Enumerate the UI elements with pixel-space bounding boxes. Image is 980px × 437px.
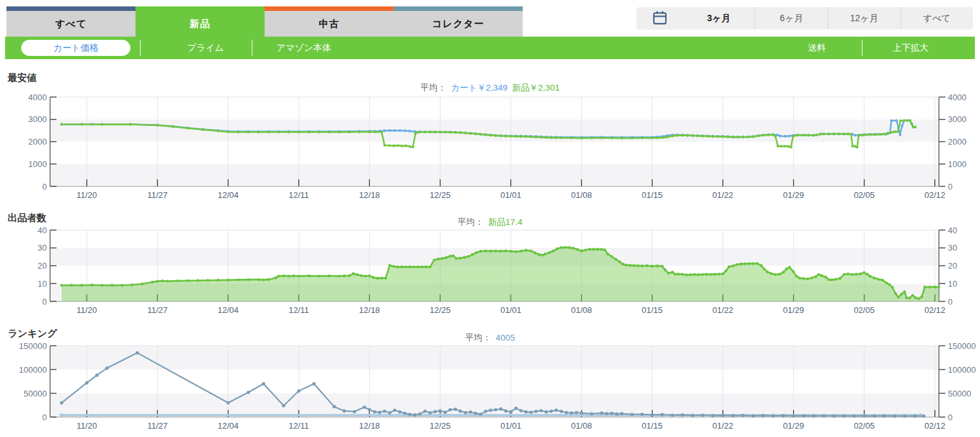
tab-all[interactable]: すべて <box>6 6 136 37</box>
svg-text:12/11: 12/11 <box>289 305 310 315</box>
period-6m[interactable]: 6ヶ月 <box>755 7 827 30</box>
subnav-divider <box>140 40 141 56</box>
calendar-icon <box>652 10 668 28</box>
svg-text:20: 20 <box>948 261 957 271</box>
svg-text:12/11: 12/11 <box>289 421 310 431</box>
svg-text:01/08: 01/08 <box>571 190 592 200</box>
svg-text:30: 30 <box>948 243 957 253</box>
svg-text:12/04: 12/04 <box>218 305 239 315</box>
svg-text:50000: 50000 <box>24 389 47 398</box>
svg-text:01/15: 01/15 <box>642 190 663 200</box>
tab-collector-label: コレクター <box>432 18 484 30</box>
shipping-toggle[interactable]: 送料 <box>791 37 843 59</box>
svg-text:12/25: 12/25 <box>430 305 451 315</box>
svg-text:100000: 100000 <box>19 365 47 375</box>
subnav-divider <box>252 40 252 56</box>
svg-text:02/12: 02/12 <box>924 421 945 431</box>
cart-price-toggle[interactable]: カート価格 <box>21 40 130 56</box>
svg-text:01/15: 01/15 <box>642 305 663 315</box>
svg-text:1000: 1000 <box>948 159 967 169</box>
svg-text:01/15: 01/15 <box>642 421 663 431</box>
svg-text:01/22: 01/22 <box>712 305 733 315</box>
svg-text:50000: 50000 <box>948 389 971 398</box>
svg-text:4000: 4000 <box>948 93 967 102</box>
svg-text:30: 30 <box>38 243 47 253</box>
expand-vertical-toggle[interactable]: 上下拡大 <box>872 37 949 59</box>
svg-text:12/18: 12/18 <box>359 190 380 200</box>
cart-average-value: カート￥2,349 <box>451 83 507 93</box>
tab-collector[interactable]: コレクター <box>394 6 523 37</box>
svg-text:12/04: 12/04 <box>218 190 239 200</box>
tab-used[interactable]: 中古 <box>265 6 394 37</box>
svg-text:2000: 2000 <box>28 137 47 147</box>
svg-text:0: 0 <box>42 297 47 307</box>
svg-text:01/22: 01/22 <box>712 190 733 200</box>
svg-text:11/20: 11/20 <box>76 421 97 431</box>
period-3m[interactable]: 3ヶ月 <box>683 7 755 30</box>
svg-text:0: 0 <box>948 413 952 422</box>
svg-text:02/12: 02/12 <box>924 190 945 200</box>
svg-text:0: 0 <box>948 297 952 307</box>
svg-text:11/27: 11/27 <box>147 421 168 431</box>
seller-chart-canvas[interactable]: 00101020203030404011/2011/2712/0412/1112… <box>0 225 980 318</box>
svg-text:12/11: 12/11 <box>289 190 310 200</box>
prime-toggle[interactable]: プライム <box>154 37 257 59</box>
svg-text:3000: 3000 <box>948 114 967 124</box>
svg-text:40: 40 <box>38 226 47 235</box>
svg-text:4000: 4000 <box>28 93 47 102</box>
svg-text:12/25: 12/25 <box>430 421 451 431</box>
tab-new-label: 新品 <box>190 18 211 30</box>
tab-used-label: 中古 <box>319 18 340 30</box>
period-all[interactable]: すべて <box>900 7 973 30</box>
svg-text:02/05: 02/05 <box>853 305 875 315</box>
svg-text:01/01: 01/01 <box>500 190 521 200</box>
tab-new[interactable]: 新品 <box>136 6 265 37</box>
svg-text:02/05: 02/05 <box>853 421 875 431</box>
svg-text:01/29: 01/29 <box>783 305 804 315</box>
svg-text:11/27: 11/27 <box>147 305 168 315</box>
period-selector: 3ヶ月 6ヶ月 12ヶ月 すべて <box>636 7 973 30</box>
tab-all-label: すべて <box>55 18 87 30</box>
calendar-button[interactable] <box>636 7 683 30</box>
svg-text:01/22: 01/22 <box>712 421 733 431</box>
svg-text:01/08: 01/08 <box>571 305 592 315</box>
svg-text:20: 20 <box>38 261 47 271</box>
svg-text:0: 0 <box>42 182 47 192</box>
svg-text:11/27: 11/27 <box>147 190 168 200</box>
svg-text:01/08: 01/08 <box>571 421 592 431</box>
svg-text:1000: 1000 <box>28 159 47 169</box>
svg-text:01/01: 01/01 <box>500 421 521 431</box>
svg-text:2000: 2000 <box>948 137 967 147</box>
svg-text:10: 10 <box>38 279 47 289</box>
app-root: すべて 新品 中古 コレクター 3ヶ月 6ヶ月 12ヶ月 すべて <box>0 0 980 437</box>
svg-text:12/04: 12/04 <box>218 421 239 431</box>
svg-text:100000: 100000 <box>948 365 976 375</box>
svg-text:11/20: 11/20 <box>76 190 97 200</box>
svg-text:01/29: 01/29 <box>783 190 804 200</box>
svg-text:02/12: 02/12 <box>924 305 945 315</box>
svg-text:12/25: 12/25 <box>430 190 451 200</box>
svg-text:0: 0 <box>948 182 952 192</box>
svg-text:40: 40 <box>948 226 957 235</box>
svg-text:01/29: 01/29 <box>783 421 804 431</box>
amazon-toggle[interactable]: アマゾン本体 <box>257 37 351 59</box>
new-average-value: 新品￥2,301 <box>512 83 559 93</box>
price-chart-canvas[interactable]: 001000100020002000300030004000400011/201… <box>0 92 980 204</box>
svg-text:02/05: 02/05 <box>853 190 875 200</box>
svg-text:12/18: 12/18 <box>359 421 380 431</box>
price-type-bar: カート価格 プライム アマゾン本体 送料 上下拡大 <box>5 37 975 59</box>
svg-text:12/18: 12/18 <box>359 305 380 315</box>
subnav-divider <box>862 40 862 56</box>
svg-text:150000: 150000 <box>948 341 976 351</box>
ranking-chart-canvas[interactable]: 00500005000010000010000015000015000011/2… <box>0 341 980 436</box>
svg-text:150000: 150000 <box>19 341 47 351</box>
svg-text:0: 0 <box>42 413 47 422</box>
svg-text:01/01: 01/01 <box>500 305 521 315</box>
svg-text:3000: 3000 <box>28 114 47 124</box>
period-12m[interactable]: 12ヶ月 <box>828 7 900 30</box>
condition-tabbar: すべて 新品 中古 コレクター <box>6 6 523 37</box>
average-prefix: 平均： <box>420 83 446 93</box>
svg-text:11/20: 11/20 <box>76 305 97 315</box>
svg-text:10: 10 <box>948 279 957 289</box>
